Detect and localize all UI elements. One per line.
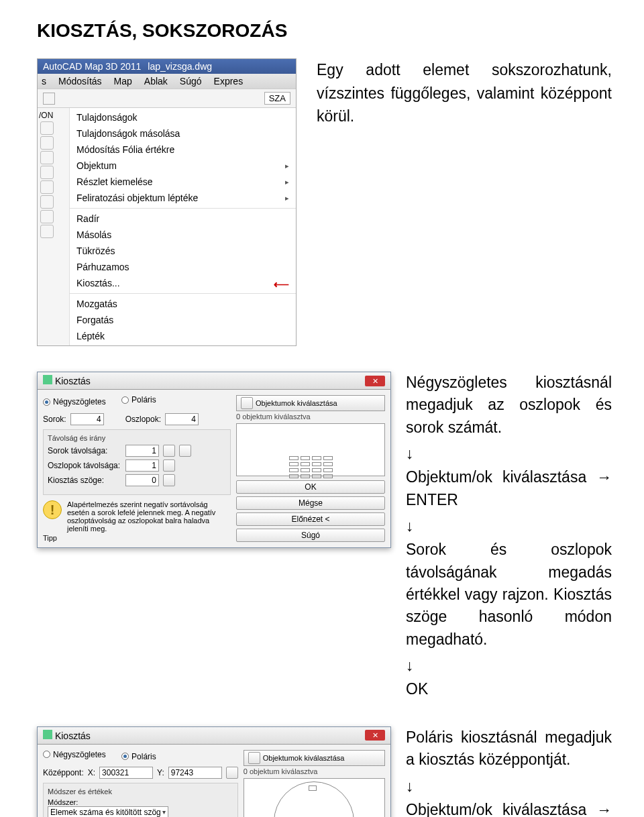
select-icon — [241, 397, 253, 409]
radio-rectangular[interactable]: Négyszögletes — [43, 750, 106, 759]
array-type-radios: Négyszögletes Poláris — [43, 395, 231, 406]
rect-text-ok: OK — [406, 678, 612, 700]
menu-option[interactable]: Mozgatás — [70, 296, 296, 312]
tip-label: Tipp — [43, 534, 231, 542]
menu-option-highlighted[interactable]: Kiosztás... ⟵ — [70, 275, 296, 291]
array-icon[interactable] — [40, 180, 54, 194]
row-polar-array: Kiosztás ✕ Négyszögletes Poláris Középpo… — [37, 726, 612, 817]
ok-button[interactable]: OK — [236, 480, 385, 494]
menu-item[interactable]: Map — [114, 76, 132, 87]
row-rect-array: Kiosztás ✕ Négyszögletes Poláris Sorok: … — [37, 372, 612, 701]
cols-input[interactable]: 4 — [165, 413, 199, 425]
select-objects-button[interactable]: Objektumok kiválasztása — [244, 750, 385, 766]
preview-button[interactable]: Előnézet < — [236, 512, 385, 526]
menu-item[interactable]: s — [42, 76, 46, 87]
row-intro: AutoCAD Map 3D 2011 lap_vizsga.dwg s Mód… — [37, 58, 612, 346]
group-title: Módszer és értékek — [48, 787, 233, 796]
rotate-icon[interactable] — [40, 210, 54, 223]
angle-label: Kiosztás szöge: — [48, 476, 121, 485]
method-group: Módszer és értékek Módszer: Elemek száma… — [43, 783, 238, 817]
dropdown-list: Tulajdonságok Tulajdonságok másolása Mód… — [70, 108, 296, 345]
rows-input[interactable]: 4 — [70, 413, 104, 425]
close-icon[interactable]: ✕ — [365, 730, 385, 741]
arrow-indicator-icon: ⟵ — [274, 278, 289, 290]
selection-info: 0 objektum kiválasztva — [236, 413, 385, 421]
preview-panel — [236, 423, 385, 476]
menu-option[interactable]: Forgatás — [70, 312, 296, 328]
array-dialog-rect: Kiosztás ✕ Négyszögletes Poláris Sorok: … — [37, 372, 391, 548]
distance-group: Távolság és irány Sorok távolsága:1 Oszl… — [43, 429, 231, 495]
arrow-down: ↓ — [406, 655, 612, 677]
preview-panel: + — [244, 778, 385, 817]
col-spacing-label: Oszlopok távolsága: — [48, 461, 121, 470]
menu-option[interactable]: Tulajdonságok — [70, 109, 296, 125]
arrow-down: ↓ — [406, 775, 612, 798]
radio-polar[interactable]: Poláris — [121, 752, 156, 761]
row-spacing-input[interactable]: 1 — [125, 445, 159, 457]
method-dropdown[interactable]: Elemek száma és kitöltött szög — [48, 806, 168, 817]
rect-text-3: Sorok és oszlopok távolságának megadás é… — [406, 539, 612, 651]
ribbon: SZA — [38, 89, 296, 108]
group-title: Távolság és irány — [48, 434, 226, 442]
dialog-title: Kiosztás — [55, 376, 91, 386]
mirror-icon[interactable] — [40, 151, 54, 164]
menu-item[interactable]: Ablak — [144, 76, 168, 87]
select-objects-button[interactable]: Objektumok kiválasztása — [236, 395, 385, 411]
dialog-titlebar[interactable]: Kiosztás ✕ — [38, 727, 390, 745]
menu-item[interactable]: Módosítás — [58, 76, 102, 87]
tool-icon[interactable] — [43, 93, 55, 105]
menu-option[interactable]: Másolás — [70, 227, 296, 243]
row-spacing-label: Sorok távolsága: — [48, 446, 121, 455]
method-sublabel: Módszer: — [48, 798, 233, 806]
move-icon[interactable] — [40, 195, 54, 209]
center-x-label: X: — [88, 768, 95, 777]
center-y-input[interactable]: 97243 — [168, 767, 222, 779]
center-label: Középpont: — [43, 768, 84, 777]
menu-option[interactable]: Tulajdonságok másolása — [70, 125, 296, 142]
pick-point-icon[interactable] — [163, 474, 175, 486]
menu-option[interactable]: Radír — [70, 211, 296, 227]
arrow-down: ↓ — [406, 515, 612, 537]
menu-option[interactable]: Lépték — [70, 328, 296, 344]
selection-info: 0 objektum kiválasztva — [244, 767, 385, 775]
center-y-label: Y: — [157, 768, 164, 777]
menu-option[interactable]: Részlet kiemelése — [70, 174, 296, 190]
pick-point-icon[interactable] — [163, 459, 175, 472]
dialog-titlebar[interactable]: Kiosztás ✕ — [38, 372, 390, 390]
polar-text-1: Poláris kiosztásnál megadjuk a kiosztás … — [406, 726, 612, 771]
app-name: AutoCAD Map 3D 2011 — [43, 61, 141, 72]
menu-option[interactable]: Párhuzamos — [70, 259, 296, 275]
center-x-input[interactable]: 300321 — [99, 767, 153, 779]
scale-icon[interactable] — [40, 225, 54, 238]
array-type-radios: Négyszögletes Poláris — [43, 750, 238, 761]
offset-icon[interactable] — [40, 166, 54, 179]
radio-polar[interactable]: Poláris — [121, 395, 156, 404]
menu-option[interactable]: Feliratozási objektum léptéke — [70, 190, 296, 206]
left-icon-strip: /ON — [38, 108, 70, 345]
page-title: KIOSZTÁS, SOKSZOROZÁS — [37, 20, 612, 42]
app-titlebar: AutoCAD Map 3D 2011 lap_vizsga.dwg — [38, 59, 296, 74]
app-icon — [43, 375, 52, 384]
rows-label: Sorok: — [43, 415, 66, 424]
angle-input[interactable]: 0 — [125, 474, 159, 486]
close-icon[interactable]: ✕ — [365, 376, 385, 386]
menu-screenshot: AutoCAD Map 3D 2011 lap_vizsga.dwg s Mód… — [37, 58, 297, 346]
rect-text-2: Objektum/ok kiválasztása → ENTER — [406, 466, 612, 511]
cancel-button[interactable]: Mégse — [236, 496, 385, 510]
menu-option[interactable]: Tükrözés — [70, 243, 296, 259]
col-spacing-input[interactable]: 1 — [125, 459, 159, 472]
radio-rectangular[interactable]: Négyszögletes — [43, 397, 106, 406]
menu-option[interactable]: Objektum — [70, 158, 296, 174]
pick-point-icon[interactable] — [163, 445, 175, 457]
polar-text-2: Objektum/ok kiválasztása → ENTER — [406, 799, 612, 817]
pick-point-icon[interactable] — [179, 445, 191, 457]
menu-option[interactable]: Módosítás Fólia értékre — [70, 142, 296, 158]
menu-item[interactable]: Expres — [214, 76, 244, 87]
pick-point-icon[interactable] — [226, 767, 238, 779]
eraser-icon[interactable] — [40, 121, 54, 135]
menu-item[interactable]: Súgó — [180, 76, 202, 87]
tip-text: Alapértelmezés szerint negatív sortávols… — [67, 500, 231, 533]
intro-text: Egy adott elemet sokszorozhatunk, vízszi… — [317, 58, 612, 346]
help-button[interactable]: Súgó — [236, 529, 385, 542]
copy-icon[interactable] — [40, 136, 54, 150]
